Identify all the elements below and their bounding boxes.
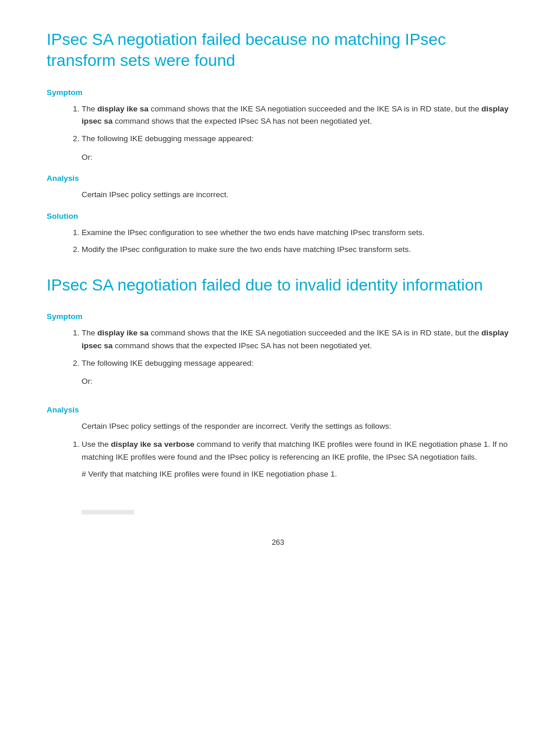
list-item: The display ike sa command shows that th… <box>82 103 509 128</box>
list-item: The following IKE debugging message appe… <box>82 357 509 370</box>
section1-symptom-label: Symptom <box>47 88 509 97</box>
solution-item2: Modify the IPsec configuration to make s… <box>82 245 411 254</box>
list-item: The following IKE debugging message appe… <box>82 132 509 145</box>
list-item: The display ike sa command shows that th… <box>82 327 509 352</box>
or-text2: Or: <box>82 375 509 388</box>
section2-analysis-list: Use the display ike sa verbose command t… <box>82 438 509 481</box>
bold-text: display ike sa <box>97 328 149 337</box>
section2: IPsec SA negotiation failed due to inval… <box>47 275 509 514</box>
solution-item1: Examine the IPsec configuration to see w… <box>82 228 424 237</box>
list-item: Modify the IPsec configuration to make s… <box>82 243 509 256</box>
symptom2-item2: The following IKE debugging message appe… <box>82 359 254 368</box>
section2-symptom: Symptom The display ike sa command shows… <box>47 312 509 387</box>
page-number: 263 <box>47 538 509 547</box>
section1-solution-list: Examine the IPsec configuration to see w… <box>82 226 509 256</box>
analysis-note: # Verify that matching IKE profiles were… <box>82 468 509 481</box>
code-bar <box>82 510 134 514</box>
section1-symptom: Symptom The display ike sa command shows… <box>47 88 509 163</box>
or-text: Or: <box>82 151 509 164</box>
section2-symptom-label: Symptom <box>47 312 509 321</box>
list-item: Use the display ike sa verbose command t… <box>82 438 509 481</box>
bold-text: display ike sa verbose <box>111 440 194 449</box>
section2-analysis-label: Analysis <box>47 405 509 414</box>
code-placeholder <box>47 510 509 514</box>
section2-title: IPsec SA negotiation failed due to inval… <box>47 275 509 296</box>
section1-analysis-label: Analysis <box>47 174 509 183</box>
section1-symptom-list: The display ike sa command shows that th… <box>82 103 509 145</box>
section2-analysis-text: Certain IPsec policy settings of the res… <box>82 420 509 433</box>
page-content: IPsec SA negotiation failed because no m… <box>47 29 509 547</box>
section2-symptom-list: The display ike sa command shows that th… <box>82 327 509 369</box>
symptom-item2: The following IKE debugging message appe… <box>82 134 254 143</box>
section1: IPsec SA negotiation failed because no m… <box>47 29 509 256</box>
section1-analysis: Analysis Certain IPsec policy settings a… <box>47 174 509 201</box>
section1-solution: Solution Examine the IPsec configuration… <box>47 212 509 256</box>
section1-title: IPsec SA negotiation failed because no m… <box>47 29 509 72</box>
bold-text: display ike sa <box>97 104 149 113</box>
section1-analysis-text: Certain IPsec policy settings are incorr… <box>82 188 509 201</box>
section1-solution-label: Solution <box>47 212 509 220</box>
section2-analysis: Analysis Certain IPsec policy settings o… <box>47 405 509 481</box>
list-item: Examine the IPsec configuration to see w… <box>82 226 509 239</box>
